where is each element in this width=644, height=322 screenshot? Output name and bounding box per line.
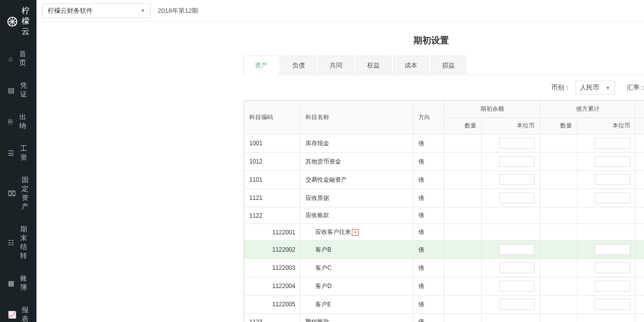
table-row[interactable]: 1122004客户D借 <box>244 277 644 295</box>
th-qty: 数量 <box>540 118 577 134</box>
tab-5[interactable]: 损益 <box>431 56 466 75</box>
company-select[interactable]: 柠檬云财务软件 ▼ <box>42 3 151 18</box>
cell-qty <box>540 314 577 322</box>
cell-qty <box>444 171 482 189</box>
cell-qty <box>540 224 577 241</box>
cashier-icon: ⎘ <box>8 118 13 126</box>
cell-qty <box>636 153 644 171</box>
cell-direction: 借 <box>413 153 444 171</box>
cell-qty <box>636 224 644 241</box>
cell-amount <box>577 153 636 171</box>
cell-name: 其他货币资金 <box>301 153 413 171</box>
cell-code: 1001 <box>244 134 301 153</box>
amount-input[interactable] <box>499 262 535 273</box>
cell-code: 1101 <box>244 171 301 189</box>
table-row[interactable]: 1122005客户E借 <box>244 295 644 314</box>
th-credit: 贷方累计 <box>636 101 644 118</box>
sidebar-item-cashier[interactable]: ⎘出纳 <box>0 106 36 137</box>
cell-name: 交易性金融资产 <box>301 171 413 189</box>
sidebar-item-label: 工资 <box>20 144 29 162</box>
table-row[interactable]: 1101交易性金融资产借 <box>244 171 644 189</box>
cell-name: 应收客户往来+ <box>301 224 413 241</box>
table-row[interactable]: 1122001应收客户往来+借 <box>244 224 644 241</box>
th-direction: 方向 <box>413 101 444 134</box>
cell-qty <box>636 277 644 295</box>
cell-direction: 借 <box>413 295 444 314</box>
amount-input[interactable] <box>595 244 630 255</box>
sidebar-item-asset[interactable]: ⌧固定资产 <box>0 169 36 218</box>
tab-4[interactable]: 成本 <box>393 56 429 75</box>
tab-3[interactable]: 权益 <box>356 56 391 75</box>
amount-input[interactable] <box>595 193 630 203</box>
sidebar-item-doc[interactable]: ▤凭证 <box>0 74 36 106</box>
cell-amount <box>577 259 636 277</box>
currency-select[interactable]: 人民币 ▼ <box>576 81 615 95</box>
cell-qty <box>444 295 482 314</box>
amount-input[interactable] <box>499 138 535 149</box>
table-row[interactable]: 1122002客户B借 <box>244 241 644 259</box>
sidebar-item-label: 账簿 <box>20 274 29 292</box>
tab-0[interactable]: 资产 <box>243 56 279 75</box>
amount-input[interactable] <box>499 281 535 291</box>
amount-input[interactable] <box>595 299 630 310</box>
amount-input[interactable] <box>499 299 535 310</box>
sidebar: 柠檬云 ⌂首页▤凭证⎘出纳☰工资⌧固定资产☷期末结转▦账簿📈报表⊚税务⚙设置 <box>0 0 36 322</box>
cell-direction: 借 <box>413 207 444 224</box>
cell-amount <box>482 241 540 259</box>
amount-input[interactable] <box>499 174 535 185</box>
home-icon: ⌂ <box>8 55 13 63</box>
brand-text: 柠檬云 <box>22 6 30 37</box>
table-row[interactable]: 1121应收票据借 <box>244 189 644 207</box>
amount-input[interactable] <box>595 156 630 167</box>
cell-qty <box>444 224 482 241</box>
cell-qty <box>444 207 482 224</box>
th-base: 本位币 <box>482 118 540 134</box>
sidebar-item-book[interactable]: ▦账簿 <box>0 267 36 299</box>
cell-direction: 借 <box>413 134 444 153</box>
period-label: 2018年第12期 <box>158 6 198 15</box>
sidebar-item-label: 首页 <box>19 50 29 67</box>
sidebar-item-chart[interactable]: 📈报表 <box>0 299 36 322</box>
cell-name: 客户B <box>301 241 413 259</box>
cell-qty <box>444 134 482 153</box>
amount-input[interactable] <box>595 138 630 149</box>
table-row[interactable]: 1001库存现金借 <box>244 134 644 153</box>
amount-input[interactable] <box>595 262 630 273</box>
th-base: 本位币 <box>577 118 636 134</box>
table-row[interactable]: 1123预付账款借 <box>244 314 644 322</box>
th-debit: 借方累计 <box>540 101 636 118</box>
sidebar-item-label: 期末结转 <box>20 225 29 260</box>
sidebar-item-salary[interactable]: ☰工资 <box>0 137 36 169</box>
cell-name: 应收账款 <box>301 207 413 224</box>
tab-2[interactable]: 共同 <box>318 56 354 75</box>
cell-qty <box>444 314 482 322</box>
amount-input[interactable] <box>499 193 535 203</box>
add-child-icon[interactable]: + <box>352 229 359 236</box>
table-row[interactable]: 1122003客户C借 <box>244 259 644 277</box>
amount-input[interactable] <box>595 174 630 185</box>
topbar: 柠檬云财务软件 ▼ 2018年第12期 常用工具 ⌄ 文件中心 <box>36 0 644 22</box>
cell-direction: 借 <box>413 259 444 277</box>
cell-direction: 借 <box>413 314 444 322</box>
amount-input[interactable] <box>499 244 535 255</box>
table-row[interactable]: 1122应收账款借 <box>244 207 644 224</box>
cell-name: 应收票据 <box>301 189 413 207</box>
cell-qty <box>444 153 482 171</box>
tab-bar: 资产负债共同权益成本损益 <box>243 55 644 75</box>
cell-qty <box>636 295 644 314</box>
sidebar-item-closing[interactable]: ☷期末结转 <box>0 218 36 267</box>
sidebar-item-home[interactable]: ⌂首页 <box>0 43 36 74</box>
cell-direction: 借 <box>413 241 444 259</box>
cell-amount <box>482 153 540 171</box>
amount-input[interactable] <box>595 281 630 291</box>
cell-direction: 借 <box>413 277 444 295</box>
salary-icon: ☰ <box>8 149 14 157</box>
account-name: 应收客户往来 <box>315 228 351 236</box>
cell-direction: 借 <box>413 189 444 207</box>
cell-qty <box>540 277 577 295</box>
cell-amount <box>482 189 540 207</box>
amount-input[interactable] <box>499 156 535 167</box>
cell-amount <box>482 171 540 189</box>
tab-1[interactable]: 负债 <box>281 56 316 75</box>
table-row[interactable]: 1012其他货币资金借 <box>244 153 644 171</box>
